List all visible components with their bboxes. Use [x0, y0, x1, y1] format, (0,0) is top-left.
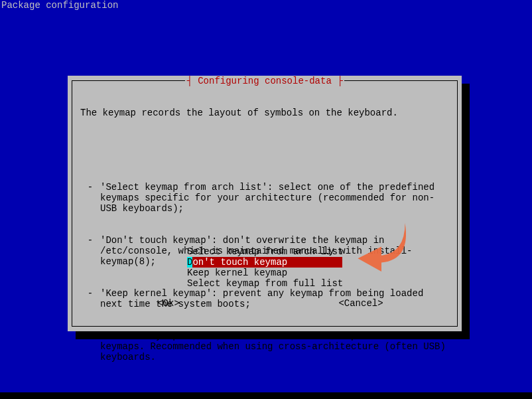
page-title: Package configuration: [1, 0, 118, 11]
cancel-button[interactable]: <Cancel>: [328, 298, 394, 309]
bullet-item: - 'Select keymap from arch list': select…: [80, 182, 449, 214]
option-arch-list[interactable]: Select keymap from arch list: [187, 246, 342, 257]
button-row: <Ok> <Cancel>: [72, 298, 457, 309]
option-dont-touch[interactable]: Don't touch keymap: [187, 257, 342, 268]
terminal-screen: Package configuration ┤ Configuring cons…: [0, 0, 532, 392]
option-keep-kernel[interactable]: Keep kernel keymap: [187, 268, 342, 278]
ok-button[interactable]: <Ok>: [135, 298, 202, 309]
dialog-body: The keymap records the layout of symbols…: [80, 86, 449, 399]
dialog-title: ┤ Configuring console-data ├: [72, 76, 457, 86]
intro-text: The keymap records the layout of symbols…: [80, 108, 449, 118]
config-dialog: ┤ Configuring console-data ├ The keymap …: [68, 76, 462, 331]
option-full-list[interactable]: Select keymap from full list: [187, 278, 342, 289]
dialog-title-text: ┤ Configuring console-data ├: [185, 76, 344, 86]
option-list: Select keymap from arch list Don't touch…: [72, 246, 457, 289]
dialog-border: ┤ Configuring console-data ├ The keymap …: [72, 80, 458, 327]
bullet-item: - 'Select keymap from full list': list a…: [80, 331, 449, 362]
